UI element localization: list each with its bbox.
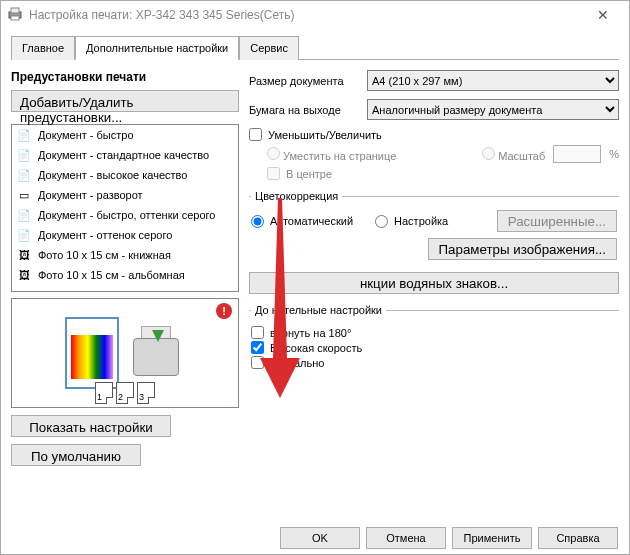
advanced-color-button: Расширенные... [497, 210, 617, 232]
color-auto-radio[interactable] [251, 215, 264, 228]
svg-rect-1 [11, 8, 19, 13]
doc-icon: 📄 [16, 167, 32, 183]
fit-to-page-radio [267, 147, 280, 160]
preset-item[interactable]: 📄Документ - высокое качество [12, 165, 238, 185]
tab-advanced[interactable]: Дополнительные настройки [75, 36, 239, 60]
watermark-button[interactable]: нкции водяных знаков... [249, 272, 619, 294]
doc-icon: 📄 [16, 127, 32, 143]
document-size-label: Размер документа [249, 75, 361, 87]
document-preview-icon [65, 317, 119, 389]
output-paper-label: Бумага на выходе [249, 104, 361, 116]
color-custom-radio[interactable] [375, 215, 388, 228]
tab-strip: Главное Дополнительные настройки Сервис [11, 35, 619, 60]
high-speed-checkbox[interactable] [251, 341, 264, 354]
reduce-enlarge-checkbox[interactable] [249, 128, 262, 141]
cancel-button[interactable]: Отмена [366, 527, 446, 549]
preset-item[interactable]: 📄Документ - быстро [12, 125, 238, 145]
scale-value-input [553, 145, 601, 163]
tab-main[interactable]: Главное [11, 36, 75, 60]
preset-preview: ! 1 2 3 [11, 298, 239, 408]
printer-preview-icon [127, 324, 185, 382]
doc-gray-icon: 📄 [16, 227, 32, 243]
add-remove-presets-button[interactable]: Добавить/Удалить предустановки... [11, 90, 239, 112]
ok-button[interactable]: OK [280, 527, 360, 549]
preset-item[interactable]: 🖼Фото 10 x 15 см - альбомная [12, 265, 238, 285]
preset-item[interactable]: 📄Документ - оттенок серого [12, 225, 238, 245]
doc-gray-icon: 📄 [16, 207, 32, 223]
document-size-select[interactable]: A4 (210 x 297 мм) [367, 70, 619, 91]
preset-list[interactable]: 📄Документ - быстро 📄Документ - стандартн… [11, 124, 239, 292]
photo-portrait-icon: 🖼 [16, 247, 32, 263]
image-options-button[interactable]: Параметры изображения... [428, 238, 618, 260]
printer-icon [7, 6, 23, 24]
defaults-button[interactable]: По умолчанию [11, 444, 141, 466]
mirror-checkbox[interactable] [251, 356, 264, 369]
preset-item[interactable]: 🖼Фото 10 x 15 см - книжная [12, 245, 238, 265]
doc-icon: 📄 [16, 147, 32, 163]
page-number-thumbs: 1 2 3 [95, 382, 155, 404]
apply-button[interactable]: Применить [452, 527, 532, 549]
preset-item[interactable]: ▭Документ - разворот [12, 185, 238, 205]
rotate-180-checkbox[interactable] [251, 326, 264, 339]
close-icon[interactable]: ✕ [583, 7, 623, 23]
show-settings-button[interactable]: Показать настройки [11, 415, 171, 437]
additional-settings-title: До нительные настройки [251, 304, 386, 316]
scale-radio [482, 147, 495, 160]
photo-landscape-icon: 🖼 [16, 267, 32, 283]
output-paper-select[interactable]: Аналогичный размеру документа [367, 99, 619, 120]
spread-icon: ▭ [16, 187, 32, 203]
window-title: Настройка печати: XP-342 343 345 Series(… [29, 8, 583, 22]
center-checkbox [267, 167, 280, 180]
preset-item[interactable]: 📄Документ - стандартное качество [12, 145, 238, 165]
tab-service[interactable]: Сервис [239, 36, 299, 60]
help-button[interactable]: Справка [538, 527, 618, 549]
warning-icon: ! [216, 303, 232, 319]
reduce-enlarge-label: Уменьшить/Увеличить [268, 129, 382, 141]
preset-item[interactable]: 📄Документ - быстро, оттенки серого [12, 205, 238, 225]
presets-title: Предустановки печати [11, 70, 239, 84]
color-correction-title: Цветокоррекция [251, 190, 342, 202]
svg-rect-2 [11, 16, 19, 20]
